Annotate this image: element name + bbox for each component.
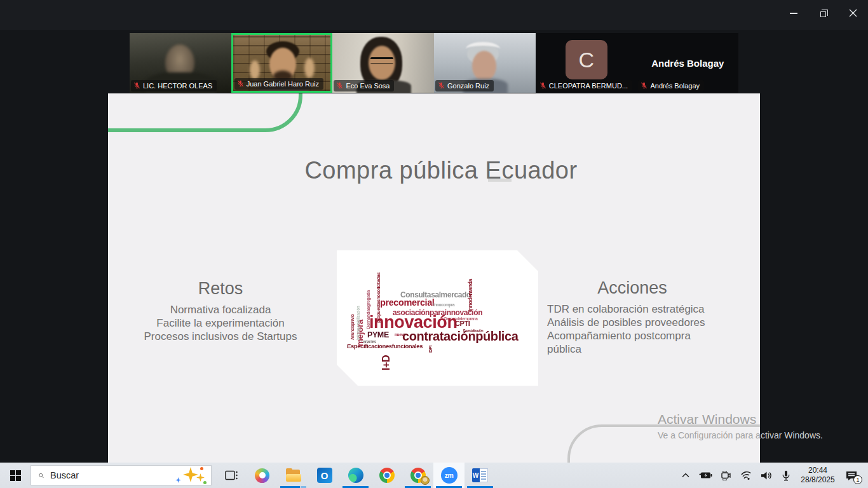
battery-status[interactable] [695, 463, 715, 488]
edge-button[interactable] [340, 463, 371, 488]
outlook-button[interactable]: O [309, 463, 340, 488]
word-cloud-word: Interoperabilización [356, 306, 361, 340]
word-letter: W [472, 468, 480, 482]
word-cloud-word: Anuncioprevio [351, 315, 355, 340]
system-tray: 20:44 28/8/2025 1 [676, 463, 868, 488]
copilot-sparkle-icon [175, 466, 207, 485]
acciones-item: TDR en colaboración estratégica [547, 302, 707, 316]
copilot-icon [255, 468, 269, 483]
retos-item: Procesos inclusivos de Startups [141, 330, 300, 343]
shared-screen-slide: Compra pública Ecuador Retos Normativa f… [108, 93, 760, 463]
close-button[interactable] [838, 0, 868, 26]
avatar-letter: C [578, 48, 594, 72]
participant-tile-gonzalo[interactable]: Gonzalo Ruiz [434, 33, 536, 93]
word-cloud-card: ConsultasalmercadoprecomercialInnocompra… [337, 250, 538, 386]
participant-tile-andres[interactable]: Andrés Bolagay Andrés Bolagay [637, 33, 738, 93]
participant-name: CLEOPATRA BERMUD... [549, 82, 628, 90]
participant-name: Gonzalo Ruiz [447, 82, 489, 90]
word-cloud-word: PYME [367, 331, 389, 339]
zoom-app-icon: zm [441, 467, 458, 484]
word-cloud-word: Demandaagregada [366, 290, 371, 329]
microphone-icon [782, 470, 790, 481]
zoom-icon-label: zm [445, 471, 454, 479]
minimize-icon [790, 13, 797, 14]
gray-corner-decoration [567, 424, 760, 463]
outlook-letter: O [321, 470, 329, 481]
search-icon [39, 471, 44, 480]
participant-name: Andrés Bolagay [650, 82, 700, 90]
participant-hand [304, 58, 315, 78]
green-corner-decoration [108, 93, 302, 132]
restore-icon [820, 11, 826, 17]
word-icon: W [472, 468, 489, 482]
name-label: Andrés Bolagay [638, 80, 704, 92]
word-cloud-word: I+D [381, 355, 391, 370]
participant-face [472, 51, 496, 81]
word-cloud-word: precomercial [380, 298, 434, 308]
name-label: CLEOPATRA BERMUD... [537, 80, 632, 92]
word-button[interactable]: W [465, 463, 496, 488]
participant-glasses [370, 57, 393, 64]
participant-tile-hector[interactable]: LIC. HECTOR OLEAS [130, 33, 231, 93]
notification-count: 1 [856, 477, 859, 483]
retos-item: Facilite la experimentación [141, 316, 300, 330]
wifi-status[interactable] [736, 463, 756, 488]
word-cloud-word: Innocompra [433, 303, 454, 308]
task-view-button[interactable] [215, 463, 247, 488]
taskbar-clock[interactable]: 20:44 28/8/2025 [796, 466, 840, 485]
retos-item: Normativa focalizada [141, 303, 300, 316]
chrome-profile-button[interactable] [402, 463, 433, 488]
zoom-app-button[interactable]: zm [433, 463, 465, 488]
microphone-status[interactable] [776, 463, 796, 488]
window-title-bar [0, 0, 868, 30]
chrome-button[interactable] [371, 463, 402, 488]
outlook-icon: O [317, 468, 332, 483]
word-cloud-word: DPI [428, 346, 433, 353]
file-explorer-icon [286, 470, 301, 482]
clock-time: 20:44 [796, 466, 840, 475]
volume-status[interactable] [756, 463, 776, 488]
copilot-button[interactable] [247, 463, 278, 488]
muted-mic-icon [133, 82, 140, 89]
word-cloud-word: innovación [369, 314, 458, 331]
edge-icon [348, 468, 363, 483]
taskbar-search-box[interactable] [31, 465, 212, 485]
avatar: C [566, 40, 607, 79]
clock-date: 28/8/2025 [796, 475, 840, 485]
acciones-heading: Acciones [547, 278, 707, 298]
acciones-section: Acciones TDR en colaboración estratégica… [547, 278, 707, 356]
minimize-button[interactable] [778, 0, 808, 26]
zoom-meeting-window: LIC. HECTOR OLEAS Juan Gabriel Haro Ruiz [0, 0, 868, 488]
participant-tile-eva[interactable]: Eco Eva Sosa [332, 33, 434, 93]
retos-heading: Retos [141, 279, 300, 299]
file-explorer-button[interactable] [278, 463, 309, 488]
participant-tile-juan-active-speaker[interactable]: Juan Gabriel Haro Ruiz [231, 33, 333, 93]
battery-charging-icon [699, 471, 712, 479]
word-cloud: ConsultasalmercadoprecomercialInnocompra… [337, 250, 538, 386]
close-icon [849, 9, 857, 17]
camera-icon [719, 471, 732, 480]
restore-button[interactable] [808, 0, 838, 26]
hidden-icons-button[interactable] [676, 463, 695, 488]
muted-mic-icon [336, 82, 343, 89]
camera-in-use-indicator[interactable] [715, 463, 736, 488]
wifi-icon [740, 471, 752, 480]
name-label: Gonzalo Ruiz [435, 80, 494, 92]
participant-name: Juan Gabriel Haro Ruiz [247, 80, 319, 88]
task-view-icon [224, 469, 238, 482]
notification-center-button[interactable]: 1 [840, 463, 863, 488]
chrome-profile-badge [421, 476, 430, 485]
search-input[interactable] [50, 470, 169, 480]
word-page [480, 468, 488, 482]
chrome-icon [379, 468, 395, 483]
windows-logo-icon [10, 470, 21, 481]
name-label: Juan Gabriel Haro Ruiz [234, 78, 323, 90]
taskbar-apps: O zm W [215, 463, 496, 488]
participant-name: LIC. HECTOR OLEAS [143, 82, 212, 90]
participant-tile-cleopatra[interactable]: C CLEOPATRA BERMUD... [536, 33, 637, 93]
retos-section: Retos Normativa focalizada Facilite la e… [141, 279, 300, 343]
video-strip: LIC. HECTOR OLEAS Juan Gabriel Haro Ruiz [130, 33, 738, 93]
start-button[interactable] [0, 463, 31, 488]
participant-name: Eco Eva Sosa [346, 82, 390, 90]
window-controls [778, 0, 868, 26]
